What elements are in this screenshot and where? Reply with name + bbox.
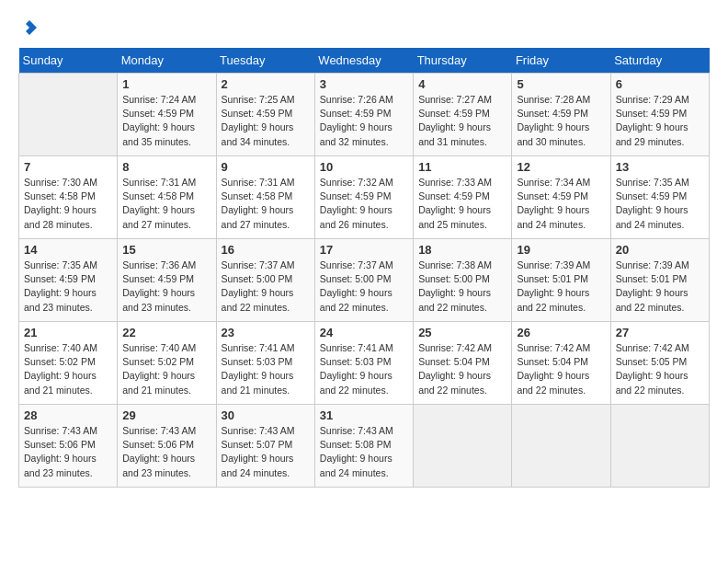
calendar-cell: 24Sunrise: 7:41 AM Sunset: 5:03 PM Dayli… <box>314 322 413 405</box>
day-info: Sunrise: 7:42 AM Sunset: 5:04 PM Dayligh… <box>517 341 605 397</box>
day-number: 7 <box>24 160 112 174</box>
calendar-cell: 12Sunrise: 7:34 AM Sunset: 4:59 PM Dayli… <box>512 156 610 239</box>
day-number: 8 <box>122 160 210 174</box>
day-number: 22 <box>122 326 210 339</box>
weekday-header-wednesday: Wednesday <box>314 48 413 74</box>
calendar-cell: 11Sunrise: 7:33 AM Sunset: 4:59 PM Dayli… <box>414 156 512 239</box>
day-number: 31 <box>320 408 408 422</box>
day-info: Sunrise: 7:31 AM Sunset: 4:58 PM Dayligh… <box>222 176 310 232</box>
day-info: Sunrise: 7:34 AM Sunset: 4:59 PM Dayligh… <box>517 176 605 232</box>
day-info: Sunrise: 7:30 AM Sunset: 4:58 PM Dayligh… <box>24 176 112 232</box>
day-number: 3 <box>320 77 408 91</box>
day-number: 4 <box>418 77 506 91</box>
logo <box>18 18 39 39</box>
calendar-cell: 19Sunrise: 7:39 AM Sunset: 5:01 PM Dayli… <box>512 239 610 322</box>
calendar-cell: 8Sunrise: 7:31 AM Sunset: 4:58 PM Daylig… <box>118 156 216 239</box>
day-number: 25 <box>418 326 506 339</box>
day-number: 20 <box>616 243 704 257</box>
day-info: Sunrise: 7:37 AM Sunset: 5:00 PM Dayligh… <box>320 259 408 315</box>
day-info: Sunrise: 7:39 AM Sunset: 5:01 PM Dayligh… <box>616 259 704 315</box>
day-number: 15 <box>122 243 210 257</box>
day-number: 29 <box>122 408 210 422</box>
calendar-cell: 16Sunrise: 7:37 AM Sunset: 5:00 PM Dayli… <box>216 239 314 322</box>
calendar-cell: 17Sunrise: 7:37 AM Sunset: 5:00 PM Dayli… <box>314 239 413 322</box>
day-info: Sunrise: 7:25 AM Sunset: 4:59 PM Dayligh… <box>222 93 310 149</box>
calendar-week-row: 21Sunrise: 7:40 AM Sunset: 5:02 PM Dayli… <box>19 322 710 405</box>
day-info: Sunrise: 7:41 AM Sunset: 5:03 PM Dayligh… <box>222 341 310 397</box>
weekday-header-sunday: Sunday <box>19 48 118 74</box>
day-info: Sunrise: 7:43 AM Sunset: 5:08 PM Dayligh… <box>320 424 408 480</box>
calendar-cell: 1Sunrise: 7:24 AM Sunset: 4:59 PM Daylig… <box>118 74 216 156</box>
day-info: Sunrise: 7:42 AM Sunset: 5:05 PM Dayligh… <box>616 341 704 397</box>
day-info: Sunrise: 7:33 AM Sunset: 4:59 PM Dayligh… <box>418 176 506 232</box>
calendar-cell <box>512 405 610 488</box>
calendar-cell: 27Sunrise: 7:42 AM Sunset: 5:05 PM Dayli… <box>610 322 709 405</box>
day-info: Sunrise: 7:35 AM Sunset: 4:59 PM Dayligh… <box>616 176 704 232</box>
calendar-cell: 31Sunrise: 7:43 AM Sunset: 5:08 PM Dayli… <box>314 405 413 488</box>
calendar-week-row: 7Sunrise: 7:30 AM Sunset: 4:58 PM Daylig… <box>19 156 710 239</box>
calendar-cell: 20Sunrise: 7:39 AM Sunset: 5:01 PM Dayli… <box>610 239 709 322</box>
calendar-week-row: 14Sunrise: 7:35 AM Sunset: 4:59 PM Dayli… <box>19 239 710 322</box>
weekday-header-tuesday: Tuesday <box>216 48 314 74</box>
weekday-header-friday: Friday <box>512 48 610 74</box>
calendar-cell: 28Sunrise: 7:43 AM Sunset: 5:06 PM Dayli… <box>19 405 118 488</box>
day-number: 17 <box>320 243 408 257</box>
day-number: 11 <box>418 160 506 174</box>
page-header <box>18 18 710 39</box>
day-info: Sunrise: 7:24 AM Sunset: 4:59 PM Dayligh… <box>122 93 210 149</box>
day-number: 10 <box>320 160 408 174</box>
calendar-cell: 15Sunrise: 7:36 AM Sunset: 4:59 PM Dayli… <box>118 239 216 322</box>
day-info: Sunrise: 7:32 AM Sunset: 4:59 PM Dayligh… <box>320 176 408 232</box>
day-number: 23 <box>222 326 310 339</box>
calendar-cell: 22Sunrise: 7:40 AM Sunset: 5:02 PM Dayli… <box>118 322 216 405</box>
calendar-cell: 26Sunrise: 7:42 AM Sunset: 5:04 PM Dayli… <box>512 322 610 405</box>
day-info: Sunrise: 7:43 AM Sunset: 5:06 PM Dayligh… <box>122 424 210 480</box>
day-info: Sunrise: 7:36 AM Sunset: 4:59 PM Dayligh… <box>122 259 210 315</box>
day-number: 18 <box>418 243 506 257</box>
weekday-header-saturday: Saturday <box>610 48 709 74</box>
day-info: Sunrise: 7:26 AM Sunset: 4:59 PM Dayligh… <box>320 93 408 149</box>
day-number: 6 <box>616 77 704 91</box>
calendar-cell: 29Sunrise: 7:43 AM Sunset: 5:06 PM Dayli… <box>118 405 216 488</box>
calendar-cell <box>19 74 118 156</box>
calendar-cell: 21Sunrise: 7:40 AM Sunset: 5:02 PM Dayli… <box>19 322 118 405</box>
calendar-cell: 6Sunrise: 7:29 AM Sunset: 4:59 PM Daylig… <box>610 74 709 156</box>
day-info: Sunrise: 7:43 AM Sunset: 5:06 PM Dayligh… <box>24 424 112 480</box>
weekday-header-monday: Monday <box>118 48 216 74</box>
calendar-cell: 7Sunrise: 7:30 AM Sunset: 4:58 PM Daylig… <box>19 156 118 239</box>
day-info: Sunrise: 7:28 AM Sunset: 4:59 PM Dayligh… <box>517 93 605 149</box>
day-info: Sunrise: 7:41 AM Sunset: 5:03 PM Dayligh… <box>320 341 408 397</box>
day-number: 14 <box>24 243 112 257</box>
day-number: 2 <box>222 77 310 91</box>
calendar-cell: 5Sunrise: 7:28 AM Sunset: 4:59 PM Daylig… <box>512 74 610 156</box>
day-info: Sunrise: 7:42 AM Sunset: 5:04 PM Dayligh… <box>418 341 506 397</box>
day-number: 13 <box>616 160 704 174</box>
calendar-cell: 25Sunrise: 7:42 AM Sunset: 5:04 PM Dayli… <box>414 322 512 405</box>
calendar-cell: 30Sunrise: 7:43 AM Sunset: 5:07 PM Dayli… <box>216 405 314 488</box>
day-number: 12 <box>517 160 605 174</box>
calendar-cell: 23Sunrise: 7:41 AM Sunset: 5:03 PM Dayli… <box>216 322 314 405</box>
calendar-cell: 13Sunrise: 7:35 AM Sunset: 4:59 PM Dayli… <box>610 156 709 239</box>
calendar-cell: 9Sunrise: 7:31 AM Sunset: 4:58 PM Daylig… <box>216 156 314 239</box>
calendar-week-row: 1Sunrise: 7:24 AM Sunset: 4:59 PM Daylig… <box>19 74 710 156</box>
day-info: Sunrise: 7:27 AM Sunset: 4:59 PM Dayligh… <box>418 93 506 149</box>
day-info: Sunrise: 7:35 AM Sunset: 4:59 PM Dayligh… <box>24 259 112 315</box>
day-info: Sunrise: 7:40 AM Sunset: 5:02 PM Dayligh… <box>122 341 210 397</box>
calendar-cell: 3Sunrise: 7:26 AM Sunset: 4:59 PM Daylig… <box>314 74 413 156</box>
calendar-cell: 10Sunrise: 7:32 AM Sunset: 4:59 PM Dayli… <box>314 156 413 239</box>
day-info: Sunrise: 7:40 AM Sunset: 5:02 PM Dayligh… <box>24 341 112 397</box>
day-info: Sunrise: 7:43 AM Sunset: 5:07 PM Dayligh… <box>222 424 310 480</box>
weekday-header-row: SundayMondayTuesdayWednesdayThursdayFrid… <box>19 48 710 74</box>
day-number: 27 <box>616 326 704 339</box>
day-number: 16 <box>222 243 310 257</box>
day-info: Sunrise: 7:38 AM Sunset: 5:00 PM Dayligh… <box>418 259 506 315</box>
day-number: 1 <box>122 77 210 91</box>
calendar-cell: 14Sunrise: 7:35 AM Sunset: 4:59 PM Dayli… <box>19 239 118 322</box>
day-number: 19 <box>517 243 605 257</box>
day-number: 24 <box>320 326 408 339</box>
day-number: 28 <box>24 408 112 422</box>
day-number: 21 <box>24 326 112 339</box>
calendar-cell: 18Sunrise: 7:38 AM Sunset: 5:00 PM Dayli… <box>414 239 512 322</box>
day-info: Sunrise: 7:37 AM Sunset: 5:00 PM Dayligh… <box>222 259 310 315</box>
calendar-cell <box>414 405 512 488</box>
